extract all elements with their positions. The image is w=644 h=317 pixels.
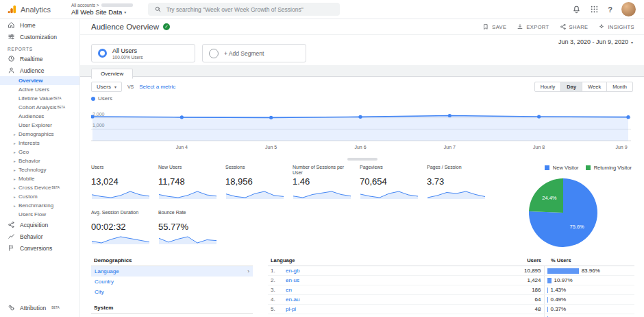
svg-text:Jun 7: Jun 7 (444, 145, 456, 150)
sidebar-subitem-label: User Explorer (18, 122, 52, 128)
row-pct-users: 83.96% (544, 266, 634, 276)
home-icon (8, 21, 15, 29)
sidebar-subitem-cohort-analysis[interactable]: Cohort AnalysisBETA (0, 103, 79, 112)
pie-legend: New Visitor Returning Visitor (545, 165, 633, 171)
sidebar-subitem-mobile[interactable]: ▸Mobile (0, 174, 79, 183)
google-analytics-app: Analytics All accounts > All Web Site Da… (0, 0, 644, 317)
main-content: Audience Overview ✓ SAVE EXPORT SHARE (80, 19, 644, 317)
svg-text:Jun 6: Jun 6 (354, 145, 366, 150)
sidebar-item-home[interactable]: Home (0, 19, 79, 31)
metric-card-new-users[interactable]: New Users11,748 (158, 165, 219, 203)
row-rank: 6. (268, 314, 283, 317)
visitor-type-pie-chart[interactable]: 75.6%24.4% (528, 177, 599, 248)
col-header-users[interactable]: Users (495, 255, 545, 266)
insights-icon (598, 23, 605, 30)
metric-selector[interactable]: Users ▾ (91, 82, 122, 92)
granularity-day[interactable]: Day (560, 82, 582, 92)
sidebar-item-realtime[interactable]: Realtime (0, 53, 79, 64)
language-link[interactable]: en-gb (286, 268, 299, 274)
metric-selector-value: Users (97, 84, 111, 90)
sidebar-item-label: Audience (20, 67, 44, 74)
users-line-chart[interactable]: 1,0002,000Jun 4Jun 5Jun 6Jun 7Jun 8Jun 9 (91, 102, 631, 154)
granularity-month[interactable]: Month (606, 82, 633, 92)
metric-value: 3.73 (427, 176, 487, 187)
dimension-item-language[interactable]: Language› (91, 266, 253, 277)
granularity-week[interactable]: Week (582, 82, 607, 92)
metric-card-pageviews[interactable]: Pageviews70,654 (360, 165, 420, 203)
tab-overview[interactable]: Overview (91, 69, 133, 79)
top-header: Analytics All accounts > All Web Site Da… (0, 0, 644, 19)
dimension-group-system: System (91, 303, 253, 314)
svg-text:Jun 9: Jun 9 (615, 145, 627, 150)
sidebar-item-audience[interactable]: Audience (0, 64, 79, 76)
beta-badge: BETA (58, 106, 65, 109)
sidebar-subitem-geo[interactable]: ▸Geo (0, 148, 79, 156)
col-header-language[interactable]: Language (268, 255, 495, 266)
language-link[interactable]: en-us (286, 277, 299, 283)
metric-card-users[interactable]: Users13,024 (91, 165, 151, 203)
account-selector[interactable]: All accounts > All Web Site Data ▾ (71, 3, 133, 16)
chart-area: 1,0002,000Jun 4Jun 5Jun 6Jun 7Jun 8Jun 9 (80, 102, 644, 161)
share-button[interactable]: SHARE (560, 23, 589, 30)
pct-text: 0.37% (551, 306, 567, 312)
apps-grid-icon[interactable] (590, 5, 599, 14)
sidebar-subitem-interests[interactable]: ▸Interests (0, 139, 79, 148)
sidebar-subitem-lifetime-value[interactable]: Lifetime ValueBETA (0, 94, 79, 103)
pct-text: 83.96% (582, 268, 600, 274)
svg-text:Jun 4: Jun 4 (176, 145, 188, 150)
sidebar-subitem-technology[interactable]: ▸Technology (0, 165, 79, 174)
metric-card-number-of-sessions-per-user[interactable]: Number of Sessions per User1.46 (293, 165, 353, 203)
sidebar-subitem-users-flow[interactable]: Users Flow (0, 210, 79, 219)
sidebar-item-conversions[interactable]: Conversions (0, 242, 79, 254)
notifications-bell-icon[interactable] (572, 5, 581, 14)
sidebar-item-customization[interactable]: Customization (0, 31, 79, 43)
dimension-item-browser[interactable]: Browser (91, 314, 253, 317)
attribution-icon (8, 304, 15, 312)
dimension-item-country[interactable]: Country (91, 277, 253, 287)
global-search-input[interactable]: Try searching "Week over Week Growth of … (148, 3, 340, 16)
language-link[interactable]: pl-pl (286, 306, 296, 312)
add-segment-button[interactable]: + Add Segment (202, 44, 306, 62)
sidebar-item-acquisition[interactable]: Acquisition (0, 219, 79, 231)
row-language: en-au (283, 295, 495, 305)
date-range-selector[interactable]: Jun 3, 2020 - Jun 9, 2020 ▾ (558, 38, 633, 45)
sidebar-subitem-user-explorer[interactable]: User Explorer (0, 121, 79, 130)
row-users: 1,424 (495, 276, 545, 285)
insights-button[interactable]: INSIGHTS (598, 23, 634, 30)
language-link[interactable]: en-au (286, 296, 299, 303)
language-link[interactable]: en (286, 287, 292, 293)
metric-card-avg-session-duration[interactable]: Avg. Session Duration00:02:32 (91, 210, 151, 248)
behavior-icon (8, 233, 15, 240)
sidebar-subitem-cross-device[interactable]: ▸Cross DeviceBETA (0, 183, 79, 192)
save-button[interactable]: SAVE (482, 23, 506, 30)
row-rank: 4. (268, 295, 283, 305)
select-a-metric-button[interactable]: Select a metric (139, 84, 175, 90)
sidebar-subitem-benchmarking[interactable]: ▸Benchmarking (0, 201, 79, 210)
granularity-hourly[interactable]: Hourly (534, 82, 562, 92)
sidebar-subitem-active-users[interactable]: Active Users (0, 85, 79, 94)
sidebar-subitem-overview[interactable]: Overview (0, 76, 79, 85)
dimension-item-city[interactable]: City (91, 287, 253, 297)
col-header-pct-users[interactable]: % Users (544, 255, 634, 266)
row-users: 37 (495, 314, 545, 317)
help-icon[interactable]: ? (608, 5, 612, 14)
user-avatar[interactable] (621, 2, 636, 16)
metric-card-bounce-rate[interactable]: Bounce Rate55.77% (158, 210, 219, 248)
analytics-logo[interactable]: Analytics (7, 4, 70, 14)
row-rank: 2. (268, 276, 283, 285)
export-button[interactable]: EXPORT (517, 23, 549, 30)
sidebar-item-attribution[interactable]: Attribution BETA (0, 302, 79, 314)
sidebar-subitem-demographics[interactable]: ▸Demographics (0, 130, 79, 139)
sidebar-subitem-custom[interactable]: ▸Custom (0, 192, 79, 201)
sidebar-subitem-behavior[interactable]: ▸Behavior (0, 156, 79, 165)
sidebar-item-behavior[interactable]: Behavior (0, 231, 79, 242)
sidebar-subitem-label: Cross Device (18, 185, 51, 191)
metric-card-sessions[interactable]: Sessions18,956 (225, 165, 286, 203)
sidebar-subitem-audiences[interactable]: Audiences (0, 112, 79, 121)
row-users: 10,895 (495, 266, 545, 276)
segment-all-users[interactable]: All Users 100.00% Users (91, 44, 195, 62)
sidebar-subitem-label: Interests (18, 140, 40, 146)
metric-card-pages-session[interactable]: Pages / Session3.73 (427, 165, 487, 203)
search-icon (154, 5, 162, 13)
expand-arrow-icon: ▸ (14, 204, 18, 208)
